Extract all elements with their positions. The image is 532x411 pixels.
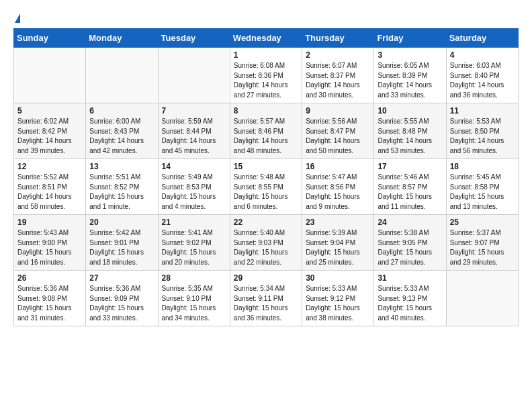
day-info: Sunrise: 6:05 AM Sunset: 8:39 PM Dayligh… (378, 61, 442, 100)
day-info: Sunrise: 5:51 AM Sunset: 8:52 PM Dayligh… (89, 173, 154, 212)
calendar-day-25: 25Sunrise: 5:37 AM Sunset: 9:07 PM Dayli… (446, 215, 518, 271)
day-number: 26 (17, 273, 82, 283)
calendar-day-16: 16Sunrise: 5:47 AM Sunset: 8:56 PM Dayli… (302, 159, 374, 215)
day-number: 31 (378, 273, 442, 283)
day-info: Sunrise: 5:38 AM Sunset: 9:05 PM Dayligh… (378, 228, 442, 267)
day-number: 29 (234, 273, 298, 283)
empty-day-cell (14, 48, 86, 103)
day-info: Sunrise: 6:00 AM Sunset: 8:43 PM Dayligh… (89, 117, 154, 156)
calendar-week-row: 5Sunrise: 6:02 AM Sunset: 8:42 PM Daylig… (14, 103, 519, 159)
day-number: 12 (17, 162, 82, 171)
day-info: Sunrise: 5:39 AM Sunset: 9:04 PM Dayligh… (306, 228, 370, 267)
day-info: Sunrise: 5:33 AM Sunset: 9:13 PM Dayligh… (378, 284, 442, 323)
calendar-day-19: 19Sunrise: 5:43 AM Sunset: 9:00 PM Dayli… (14, 215, 86, 271)
day-info: Sunrise: 5:49 AM Sunset: 8:53 PM Dayligh… (162, 173, 226, 212)
header (13, 13, 519, 23)
day-info: Sunrise: 6:03 AM Sunset: 8:40 PM Dayligh… (450, 61, 515, 100)
calendar-day-5: 5Sunrise: 6:02 AM Sunset: 8:42 PM Daylig… (14, 103, 86, 159)
day-info: Sunrise: 6:08 AM Sunset: 8:36 PM Dayligh… (234, 61, 298, 100)
day-number: 30 (306, 273, 370, 283)
day-number: 24 (378, 218, 442, 227)
day-info: Sunrise: 5:56 AM Sunset: 8:47 PM Dayligh… (306, 117, 370, 156)
day-info: Sunrise: 5:40 AM Sunset: 9:03 PM Dayligh… (234, 228, 298, 267)
calendar-day-21: 21Sunrise: 5:41 AM Sunset: 9:02 PM Dayli… (158, 215, 230, 271)
calendar-day-29: 29Sunrise: 5:34 AM Sunset: 9:11 PM Dayli… (230, 271, 302, 326)
day-info: Sunrise: 5:57 AM Sunset: 8:46 PM Dayligh… (234, 117, 298, 156)
day-number: 15 (234, 162, 298, 171)
calendar-header-thursday: Thursday (302, 29, 374, 48)
day-info: Sunrise: 5:48 AM Sunset: 8:55 PM Dayligh… (234, 173, 298, 212)
day-info: Sunrise: 5:45 AM Sunset: 8:58 PM Dayligh… (450, 173, 515, 212)
day-number: 16 (306, 162, 370, 171)
day-number: 5 (17, 106, 82, 116)
day-info: Sunrise: 5:36 AM Sunset: 9:09 PM Dayligh… (89, 284, 154, 323)
calendar-day-23: 23Sunrise: 5:39 AM Sunset: 9:04 PM Dayli… (302, 215, 374, 271)
calendar-day-31: 31Sunrise: 5:33 AM Sunset: 9:13 PM Dayli… (374, 271, 446, 326)
empty-day-cell (86, 48, 158, 103)
day-info: Sunrise: 5:41 AM Sunset: 9:02 PM Dayligh… (162, 228, 226, 267)
day-info: Sunrise: 5:37 AM Sunset: 9:07 PM Dayligh… (450, 228, 515, 267)
day-info: Sunrise: 5:55 AM Sunset: 8:48 PM Dayligh… (378, 117, 442, 156)
calendar-day-30: 30Sunrise: 5:33 AM Sunset: 9:12 PM Dayli… (302, 271, 374, 326)
day-number: 4 (450, 50, 515, 60)
day-number: 17 (378, 162, 442, 171)
day-number: 10 (378, 106, 442, 116)
calendar-day-15: 15Sunrise: 5:48 AM Sunset: 8:55 PM Dayli… (230, 159, 302, 215)
empty-day-cell (446, 271, 518, 326)
day-info: Sunrise: 5:35 AM Sunset: 9:10 PM Dayligh… (162, 284, 226, 323)
calendar-week-row: 1Sunrise: 6:08 AM Sunset: 8:36 PM Daylig… (14, 48, 519, 103)
calendar-day-11: 11Sunrise: 5:53 AM Sunset: 8:50 PM Dayli… (446, 103, 518, 159)
calendar-day-18: 18Sunrise: 5:45 AM Sunset: 8:58 PM Dayli… (446, 159, 518, 215)
day-number: 11 (450, 106, 515, 116)
calendar-week-row: 19Sunrise: 5:43 AM Sunset: 9:00 PM Dayli… (14, 215, 519, 271)
day-info: Sunrise: 5:43 AM Sunset: 9:00 PM Dayligh… (17, 228, 82, 267)
day-number: 1 (234, 50, 298, 60)
calendar: SundayMondayTuesdayWednesdayThursdayFrid… (13, 28, 519, 326)
calendar-header-row: SundayMondayTuesdayWednesdayThursdayFrid… (14, 29, 519, 48)
calendar-header-saturday: Saturday (446, 29, 518, 48)
calendar-day-7: 7Sunrise: 5:59 AM Sunset: 8:44 PM Daylig… (158, 103, 230, 159)
day-number: 28 (162, 273, 226, 283)
day-info: Sunrise: 5:36 AM Sunset: 9:08 PM Dayligh… (17, 284, 82, 323)
day-info: Sunrise: 6:02 AM Sunset: 8:42 PM Dayligh… (17, 117, 82, 156)
day-number: 21 (162, 218, 226, 227)
calendar-header-friday: Friday (374, 29, 446, 48)
day-number: 13 (89, 162, 154, 171)
calendar-day-17: 17Sunrise: 5:46 AM Sunset: 8:57 PM Dayli… (374, 159, 446, 215)
calendar-day-9: 9Sunrise: 5:56 AM Sunset: 8:47 PM Daylig… (302, 103, 374, 159)
calendar-day-28: 28Sunrise: 5:35 AM Sunset: 9:10 PM Dayli… (158, 271, 230, 326)
calendar-day-2: 2Sunrise: 6:07 AM Sunset: 8:37 PM Daylig… (302, 48, 374, 103)
day-info: Sunrise: 5:47 AM Sunset: 8:56 PM Dayligh… (306, 173, 370, 212)
calendar-week-row: 12Sunrise: 5:52 AM Sunset: 8:51 PM Dayli… (14, 159, 519, 215)
calendar-header-tuesday: Tuesday (158, 29, 230, 48)
day-info: Sunrise: 5:46 AM Sunset: 8:57 PM Dayligh… (378, 173, 442, 212)
day-info: Sunrise: 5:34 AM Sunset: 9:11 PM Dayligh… (234, 284, 298, 323)
day-number: 22 (234, 218, 298, 227)
day-info: Sunrise: 5:59 AM Sunset: 8:44 PM Dayligh… (162, 117, 226, 156)
day-number: 20 (89, 218, 154, 227)
day-number: 7 (162, 106, 226, 116)
calendar-day-8: 8Sunrise: 5:57 AM Sunset: 8:46 PM Daylig… (230, 103, 302, 159)
calendar-day-3: 3Sunrise: 6:05 AM Sunset: 8:39 PM Daylig… (374, 48, 446, 103)
day-info: Sunrise: 5:33 AM Sunset: 9:12 PM Dayligh… (306, 284, 370, 323)
day-number: 25 (450, 218, 515, 227)
calendar-week-row: 26Sunrise: 5:36 AM Sunset: 9:08 PM Dayli… (14, 271, 519, 326)
calendar-day-20: 20Sunrise: 5:42 AM Sunset: 9:01 PM Dayli… (86, 215, 158, 271)
calendar-header-wednesday: Wednesday (230, 29, 302, 48)
calendar-day-12: 12Sunrise: 5:52 AM Sunset: 8:51 PM Dayli… (14, 159, 86, 215)
logo-triangle-icon (15, 13, 20, 23)
calendar-day-1: 1Sunrise: 6:08 AM Sunset: 8:36 PM Daylig… (230, 48, 302, 103)
calendar-day-13: 13Sunrise: 5:51 AM Sunset: 8:52 PM Dayli… (86, 159, 158, 215)
day-number: 23 (306, 218, 370, 227)
calendar-day-22: 22Sunrise: 5:40 AM Sunset: 9:03 PM Dayli… (230, 215, 302, 271)
empty-day-cell (158, 48, 230, 103)
calendar-header-sunday: Sunday (14, 29, 86, 48)
day-info: Sunrise: 5:42 AM Sunset: 9:01 PM Dayligh… (89, 228, 154, 267)
day-number: 6 (89, 106, 154, 116)
day-number: 27 (89, 273, 154, 283)
logo (13, 13, 20, 23)
day-info: Sunrise: 5:52 AM Sunset: 8:51 PM Dayligh… (17, 173, 82, 212)
day-info: Sunrise: 6:07 AM Sunset: 8:37 PM Dayligh… (306, 61, 370, 100)
calendar-day-24: 24Sunrise: 5:38 AM Sunset: 9:05 PM Dayli… (374, 215, 446, 271)
day-number: 9 (306, 106, 370, 116)
